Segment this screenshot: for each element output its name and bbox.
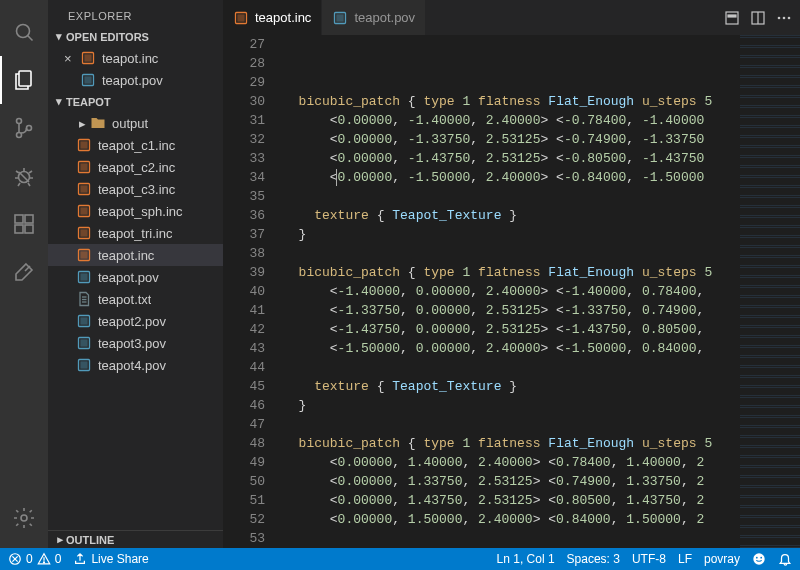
svg-rect-18 bbox=[81, 142, 87, 148]
chevron-down-icon: ▾ bbox=[52, 95, 66, 108]
file-label: teapot.pov bbox=[98, 270, 159, 285]
file-label: teapot_c2.inc bbox=[98, 160, 175, 175]
line-number-gutter: 2728293031323334353637383940414243444546… bbox=[223, 35, 283, 548]
sidebar: EXPLORER ▾ OPEN EDITORS ×teapot.inc×teap… bbox=[48, 0, 223, 548]
file-item[interactable]: teapot2.pov bbox=[48, 310, 223, 332]
file-label: teapot.inc bbox=[98, 248, 154, 263]
file-item[interactable]: teapot_sph.inc bbox=[48, 200, 223, 222]
file-label: teapot.pov bbox=[102, 73, 163, 88]
svg-rect-35 bbox=[81, 318, 87, 324]
svg-rect-45 bbox=[728, 15, 736, 17]
workspace-label: TEAPOT bbox=[66, 96, 111, 108]
status-cursor-position[interactable]: Ln 1, Col 1 bbox=[497, 552, 555, 566]
file-label: teapot_c1.inc bbox=[98, 138, 175, 153]
file-item[interactable]: teapot.txt bbox=[48, 288, 223, 310]
file-label: teapot3.pov bbox=[98, 336, 166, 351]
svg-rect-9 bbox=[15, 225, 23, 233]
svg-point-57 bbox=[756, 557, 758, 559]
open-editor-item[interactable]: ×teapot.pov bbox=[48, 69, 223, 91]
file-label: teapot_c3.inc bbox=[98, 182, 175, 197]
more-actions-icon[interactable] bbox=[776, 10, 792, 26]
file-item[interactable]: teapot3.pov bbox=[48, 332, 223, 354]
file-label: teapot_sph.inc bbox=[98, 204, 183, 219]
file-label: teapot.txt bbox=[98, 292, 151, 307]
explorer-icon[interactable] bbox=[0, 56, 48, 104]
svg-point-55 bbox=[43, 562, 44, 563]
chevron-down-icon: ▾ bbox=[52, 30, 66, 43]
svg-rect-16 bbox=[85, 77, 91, 83]
chevron-right-icon: ▾ bbox=[53, 533, 66, 547]
chevron-right-icon: ▸ bbox=[76, 116, 88, 131]
file-item[interactable]: teapot.inc bbox=[48, 244, 223, 266]
tab-actions bbox=[716, 0, 800, 35]
folder-label: output bbox=[112, 116, 148, 131]
svg-rect-44 bbox=[726, 12, 738, 24]
status-indentation[interactable]: Spaces: 3 bbox=[567, 552, 620, 566]
editor-group: teapot.incteapot.pov 2728293031323334353… bbox=[223, 0, 800, 548]
svg-rect-20 bbox=[81, 164, 87, 170]
outline-header[interactable]: ▾ OUTLINE bbox=[48, 530, 223, 548]
file-item[interactable]: teapot_c3.inc bbox=[48, 178, 223, 200]
open-preview-icon[interactable] bbox=[724, 10, 740, 26]
svg-rect-39 bbox=[81, 362, 87, 368]
svg-rect-8 bbox=[15, 215, 23, 223]
folder-icon bbox=[90, 115, 106, 131]
editor-tab[interactable]: teapot.pov bbox=[322, 0, 426, 35]
svg-line-1 bbox=[28, 36, 33, 41]
text-cursor bbox=[336, 169, 337, 186]
close-icon[interactable]: × bbox=[64, 51, 78, 66]
svg-point-0 bbox=[17, 25, 30, 38]
code-area[interactable]: 2728293031323334353637383940414243444546… bbox=[223, 35, 800, 548]
settings-gear-icon[interactable] bbox=[0, 494, 48, 542]
minimap[interactable] bbox=[740, 35, 800, 548]
status-eol[interactable]: LF bbox=[678, 552, 692, 566]
feedback-icon[interactable] bbox=[752, 552, 766, 566]
status-language[interactable]: povray bbox=[704, 552, 740, 566]
status-problems[interactable]: 0 0 bbox=[8, 552, 61, 566]
file-label: teapot4.pov bbox=[98, 358, 166, 373]
status-bar: 0 0 Live Share Ln 1, Col 1 Spaces: 3 UTF… bbox=[0, 548, 800, 570]
activity-bar bbox=[0, 0, 48, 548]
svg-point-48 bbox=[778, 16, 781, 19]
folder-item[interactable]: ▸output bbox=[48, 112, 223, 134]
svg-point-12 bbox=[21, 515, 27, 521]
file-item[interactable]: teapot_c2.inc bbox=[48, 156, 223, 178]
svg-point-58 bbox=[760, 557, 762, 559]
status-live-share[interactable]: Live Share bbox=[73, 552, 148, 566]
search-icon[interactable] bbox=[0, 8, 48, 56]
editor-tab[interactable]: teapot.inc bbox=[223, 0, 322, 35]
workspace-tree: ▸outputteapot_c1.incteapot_c2.incteapot_… bbox=[48, 110, 223, 378]
split-editor-icon[interactable] bbox=[750, 10, 766, 26]
open-editors-header[interactable]: ▾ OPEN EDITORS bbox=[48, 28, 223, 45]
file-label: teapot_tri.inc bbox=[98, 226, 172, 241]
tab-label: teapot.inc bbox=[255, 10, 311, 25]
code-content[interactable]: bicubic_patch { type 1 flatness Flat_Eno… bbox=[283, 35, 740, 548]
svg-point-56 bbox=[753, 553, 764, 564]
status-encoding[interactable]: UTF-8 bbox=[632, 552, 666, 566]
share-icon[interactable] bbox=[0, 248, 48, 296]
workspace-header[interactable]: ▾ TEAPOT bbox=[48, 93, 223, 110]
svg-rect-30 bbox=[81, 274, 87, 280]
outline-label: OUTLINE bbox=[66, 534, 114, 546]
svg-rect-37 bbox=[81, 340, 87, 346]
svg-rect-2 bbox=[19, 71, 31, 86]
open-editors-label: OPEN EDITORS bbox=[66, 31, 149, 43]
tab-bar: teapot.incteapot.pov bbox=[223, 0, 800, 35]
extensions-icon[interactable] bbox=[0, 200, 48, 248]
notifications-icon[interactable] bbox=[778, 552, 792, 566]
sidebar-title: EXPLORER bbox=[48, 0, 223, 28]
tab-label: teapot.pov bbox=[354, 10, 415, 25]
source-control-icon[interactable] bbox=[0, 104, 48, 152]
svg-rect-41 bbox=[238, 15, 244, 21]
svg-rect-11 bbox=[25, 215, 33, 223]
open-editors-list: ×teapot.inc×teapot.pov bbox=[48, 45, 223, 93]
file-item[interactable]: teapot4.pov bbox=[48, 354, 223, 376]
open-editor-item[interactable]: ×teapot.inc bbox=[48, 47, 223, 69]
debug-icon[interactable] bbox=[0, 152, 48, 200]
svg-point-3 bbox=[17, 119, 22, 124]
file-item[interactable]: teapot.pov bbox=[48, 266, 223, 288]
file-item[interactable]: teapot_tri.inc bbox=[48, 222, 223, 244]
file-item[interactable]: teapot_c1.inc bbox=[48, 134, 223, 156]
file-label: teapot2.pov bbox=[98, 314, 166, 329]
svg-rect-24 bbox=[81, 208, 87, 214]
